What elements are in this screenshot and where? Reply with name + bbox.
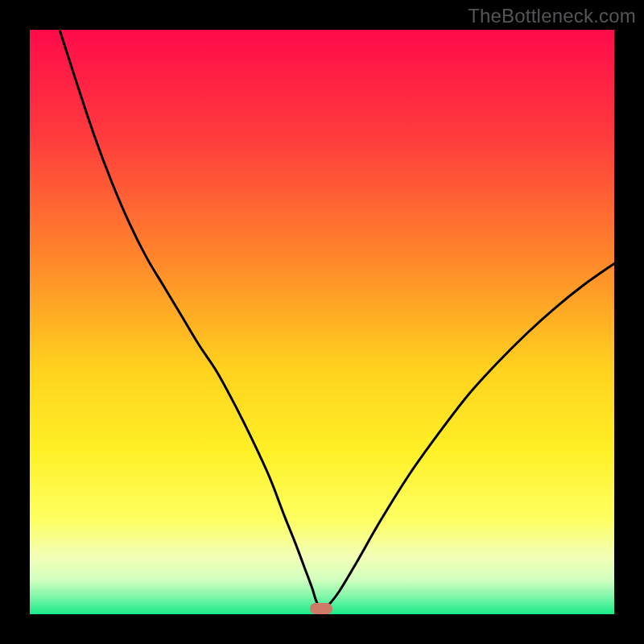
bottleneck-curve xyxy=(30,30,614,614)
chart-frame: TheBottleneck.com xyxy=(0,0,644,644)
minimum-marker xyxy=(310,603,332,614)
plot-area xyxy=(30,30,614,614)
watermark-text: TheBottleneck.com xyxy=(468,5,636,27)
